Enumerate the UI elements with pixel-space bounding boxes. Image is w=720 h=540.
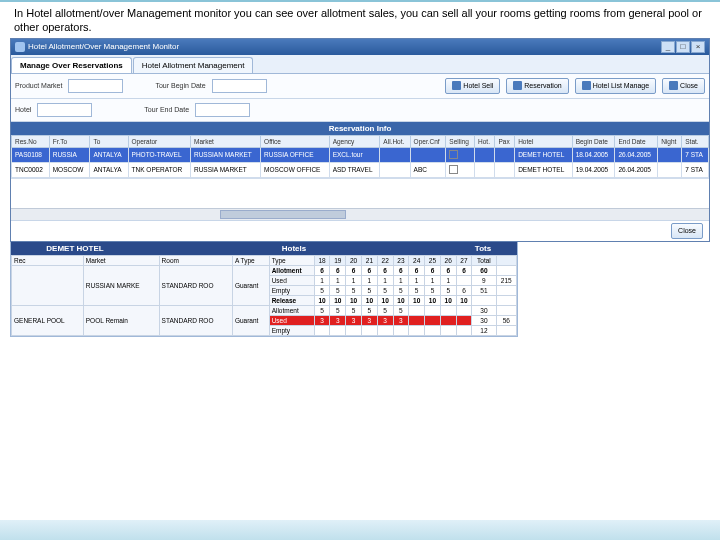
res-cell[interactable] [380,147,410,162]
input-product-market[interactable] [68,79,123,93]
res-col[interactable]: Market [190,135,260,147]
close-bottom-button[interactable]: Close [671,223,703,239]
res-col[interactable]: Hot. [475,135,495,147]
res-cell[interactable]: ASD TRAVEL [329,162,380,177]
res-cell[interactable]: ANTALYA [90,162,128,177]
tots-label: Tots [453,244,513,253]
res-cell[interactable]: DEMET HOTEL [515,147,572,162]
res-col[interactable]: Hotel [515,135,572,147]
res-cell[interactable]: ANTALYA [90,147,128,162]
tab-manage-over[interactable]: Manage Over Reservations [11,57,132,73]
res-col[interactable]: Oper.Cnf [410,135,446,147]
res-cell[interactable]: TNK OPERATOR [128,162,190,177]
res-col[interactable]: Pax [495,135,515,147]
res-cell[interactable] [495,147,515,162]
h-scrollbar[interactable] [11,208,709,220]
res-col[interactable]: Agency [329,135,380,147]
hotel-sell-button[interactable]: Hotel Sell [445,78,500,94]
res-cell[interactable] [446,162,475,177]
slide-caption: In Hotel allotment/over Management monit… [0,0,720,38]
titlebar: Hotel Allotment/Over Management Monitor … [11,39,709,55]
label-tour-begin: Tour Begin Date [155,82,205,89]
res-cell[interactable]: EXCL.tour [329,147,380,162]
close-button[interactable]: × [691,41,705,53]
allotment-header: DEMET HOTEL Hotels Tots [11,242,517,255]
res-col[interactable]: End Date [615,135,658,147]
res-cell[interactable] [380,162,410,177]
res-col[interactable]: Operator [128,135,190,147]
window-title: Hotel Allotment/Over Management Monitor [28,42,179,51]
res-col[interactable]: To [90,135,128,147]
app-window: Hotel Allotment/Over Management Monitor … [10,38,710,242]
res-cell[interactable]: DEMET HOTEL [515,162,572,177]
filter-bar-2: Hotel Tour End Date [11,99,709,122]
sell-icon [452,81,461,90]
res-cell[interactable]: 7 STA [682,162,709,177]
res-cell[interactable]: MOSCOW [49,162,90,177]
label-hotel: Hotel [15,106,31,113]
tabbar: Manage Over Reservations Hotel Allotment… [11,55,709,74]
slide-accent [0,0,720,2]
input-tour-end[interactable] [195,103,250,117]
res-cell[interactable] [475,147,495,162]
maximize-button[interactable]: □ [676,41,690,53]
res-cell[interactable] [446,147,475,162]
res-cell[interactable]: 7 STA [682,147,709,162]
close-icon [669,81,678,90]
list-icon [582,81,591,90]
res-cell[interactable]: RUSSIA [49,147,90,162]
res-cell[interactable] [475,162,495,177]
input-hotel[interactable] [37,103,92,117]
window-buttons: _ □ × [661,41,705,53]
res-cell[interactable]: 26.04.2005 [615,162,658,177]
res-cell[interactable] [410,147,446,162]
res-cell[interactable]: 19.04.2005 [572,162,615,177]
res-col[interactable]: All.Hot. [380,135,410,147]
res-cell[interactable]: RUSSIA OFFICE [261,147,330,162]
reservation-info-header: Reservation Info [11,122,709,135]
label-product-market: Product Market [15,82,62,89]
res-cell[interactable] [658,147,682,162]
tab-hotel-allotment[interactable]: Hotel Allotment Management [133,57,254,73]
res-cell[interactable]: RUSSIAN MARKET [190,147,260,162]
res-col[interactable]: Night [658,135,682,147]
footer-bar: Close [11,220,709,241]
slide-footer [0,520,720,540]
res-cell[interactable]: 18.04.2005 [572,147,615,162]
hotels-label: Hotels [135,244,453,253]
res-cell[interactable]: RUSSIA MARKET [190,162,260,177]
app-icon [15,42,25,52]
allotment-panel: DEMET HOTEL Hotels Tots RecMarketRoomA T… [10,242,518,337]
res-cell[interactable]: PHOTO-TRAVEL [128,147,190,162]
res-cell[interactable]: 26.04.2005 [615,147,658,162]
res-cell[interactable] [495,162,515,177]
res-cell[interactable]: MOSCOW OFFICE [261,162,330,177]
input-tour-begin[interactable] [212,79,267,93]
reservation-icon [513,81,522,90]
filter-bar: Product Market Tour Begin Date Hotel Sel… [11,74,709,99]
hotel-list-manage-button[interactable]: Hotel List Manage [575,78,656,94]
reservation-grid[interactable]: Res.NoFr.ToToOperatorMarketOfficeAgencyA… [11,135,709,178]
res-col[interactable]: Fr.To [49,135,90,147]
label-tour-end: Tour End Date [144,106,189,113]
res-col[interactable]: Selling [446,135,475,147]
res-cell[interactable]: ABC [410,162,446,177]
hotel-name-label: DEMET HOTEL [15,244,135,253]
res-col[interactable]: Stat. [682,135,709,147]
allotment-grid[interactable]: RecMarketRoomA TypeType18192021222324252… [11,255,517,336]
res-col[interactable]: Begin Date [572,135,615,147]
res-col[interactable]: Res.No [12,135,50,147]
reservation-button[interactable]: Reservation [506,78,568,94]
res-cell[interactable] [658,162,682,177]
close-panel-button[interactable]: Close [662,78,705,94]
res-col[interactable]: Office [261,135,330,147]
res-cell[interactable]: PAS0108 [12,147,50,162]
res-cell[interactable]: TNC0002 [12,162,50,177]
scrollbar-thumb[interactable] [220,210,346,219]
minimize-button[interactable]: _ [661,41,675,53]
